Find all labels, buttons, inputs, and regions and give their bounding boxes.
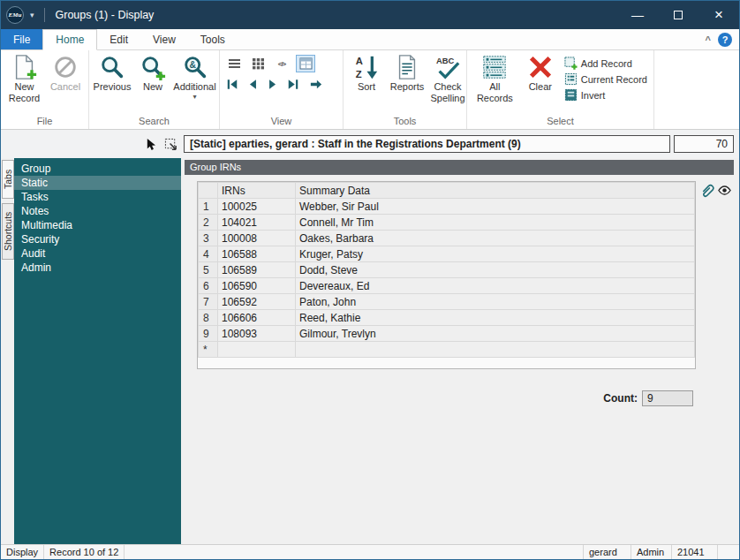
emu-logo-text: EMu (9, 11, 22, 19)
new-record-icon (11, 54, 38, 80)
reports-icon (394, 54, 420, 80)
page-view-button[interactable] (297, 56, 314, 72)
sidebar-item-security[interactable]: Security (14, 232, 181, 246)
table-row-new[interactable]: * (199, 342, 695, 358)
count-label: Count: (603, 392, 638, 405)
sort-button[interactable]: A Z Sort (346, 52, 387, 116)
all-records-label: All Records (472, 81, 517, 103)
table-row[interactable]: 9 108093 Gilmour, Trevlyn (199, 326, 695, 342)
irn-cell: 108093 (218, 326, 296, 342)
irn-grid: IRNs Summary Data 1 100025 Webber, Sir P… (197, 181, 696, 369)
content-panel: Group IRNs IRNs Summary Data 1 100025 We… (181, 158, 739, 544)
svg-text:A: A (356, 56, 363, 66)
sidebar-item-group[interactable]: Group (14, 162, 181, 176)
count-field: 9 (642, 390, 693, 406)
search-previous-button[interactable]: Previous (92, 52, 132, 116)
irn-cell (218, 342, 296, 358)
sidebar-item-multimedia[interactable]: Multimedia (14, 218, 181, 232)
clear-button[interactable]: Clear (520, 52, 561, 116)
reports-button[interactable]: Reports (387, 52, 427, 116)
check-spelling-button[interactable]: ABC Check Spelling (427, 52, 468, 116)
column-header-summary[interactable]: Summary Data (296, 183, 695, 199)
summary-cell: Dodd, Steve (296, 262, 695, 278)
table-row[interactable]: 1 100025 Webber, Sir Paul (199, 199, 695, 215)
first-record-button[interactable] (226, 79, 238, 90)
goto-record-button[interactable] (310, 79, 322, 90)
tab-view[interactable]: View (140, 29, 188, 49)
last-record-button[interactable] (287, 79, 299, 90)
cancel-icon (52, 54, 79, 80)
emu-logo-icon: EMu (6, 6, 24, 24)
table-row[interactable]: 3 100008 Oakes, Barbara (199, 231, 695, 246)
sidebar-item-tasks[interactable]: Tasks (14, 190, 181, 204)
irn-cell: 106592 (218, 294, 296, 310)
summary-cell: Devereaux, Ed (296, 278, 695, 294)
tabrow-right: ^ ? (706, 29, 739, 49)
grid-view-button[interactable] (249, 56, 267, 72)
table-row[interactable]: 2 104021 Connell, Mr Tim (199, 215, 695, 231)
code-view-button[interactable]: </> (273, 56, 291, 72)
column-header-irns[interactable]: IRNs (218, 183, 296, 199)
row-number: 5 (199, 262, 218, 278)
vertical-tab-tabs[interactable]: Tabs (2, 160, 14, 199)
minimize-button[interactable]: — (617, 1, 658, 29)
tab-edit[interactable]: Edit (97, 29, 140, 49)
search-additional-button[interactable]: & Additional ▾ (173, 52, 216, 116)
sidebar-item-audit[interactable]: Audit (14, 246, 181, 261)
table-row[interactable]: 4 106588 Kruger, Patsy (199, 246, 695, 262)
vertical-tab-shortcuts[interactable]: Shortcuts (2, 203, 14, 260)
close-button[interactable]: × (698, 1, 739, 29)
irn-cell: 106590 (218, 278, 296, 294)
select-marquee-icon[interactable] (164, 138, 177, 151)
sidebar-item-notes[interactable]: Notes (14, 204, 181, 218)
summary-cell: Webber, Sir Paul (296, 199, 695, 215)
invert-button[interactable]: Invert (564, 88, 647, 102)
ribbon-filler (654, 50, 739, 129)
previous-record-button[interactable] (246, 79, 259, 90)
view-attachment-eye-icon[interactable] (717, 183, 732, 198)
tab-file[interactable]: File (1, 29, 42, 49)
table-row[interactable]: 5 106589 Dodd, Steve (199, 262, 695, 278)
context-row: [Static] eparties, gerard : Staff in the… (1, 130, 739, 158)
ribbon-collapse-icon[interactable]: ^ (706, 34, 711, 45)
sidebar-item-static[interactable]: Static (14, 176, 181, 190)
summary-cell: Connell, Mr Tim (296, 215, 695, 231)
add-record-button[interactable]: Add Record (564, 57, 647, 70)
status-role: Admin (631, 545, 672, 559)
next-record-button[interactable] (267, 79, 279, 90)
sidebar-item-admin[interactable]: Admin (14, 261, 181, 275)
row-number: 2 (199, 215, 218, 231)
ribbon-group-select: All Records Clear (467, 50, 654, 129)
grid-side-buttons (699, 181, 734, 198)
maximize-button[interactable] (658, 1, 698, 29)
attachment-icon[interactable] (699, 183, 714, 198)
ribbon-tab-row: File Home Edit View Tools ^ ? (1, 29, 739, 50)
table-row[interactable]: 7 106592 Paton, John (199, 294, 695, 310)
clear-icon (527, 54, 554, 80)
table-row[interactable]: 6 106590 Devereaux, Ed (199, 278, 695, 294)
pointer-icon[interactable] (145, 138, 158, 151)
row-number: 9 (199, 326, 218, 342)
additional-dropdown-icon: ▾ (193, 94, 196, 100)
sort-label: Sort (358, 81, 375, 93)
vertical-tab-strip: Tabs Shortcuts (1, 158, 14, 544)
all-records-button[interactable]: All Records (470, 52, 520, 116)
new-record-label: New Record (6, 81, 42, 103)
reports-label: Reports (390, 81, 425, 93)
tab-tools[interactable]: Tools (188, 29, 238, 49)
svg-text:ABC: ABC (436, 57, 455, 65)
panel-title: Group IRNs (185, 160, 734, 175)
new-record-button[interactable]: New Record (4, 52, 45, 116)
window-title: Groups (1) - Display (56, 9, 155, 21)
help-icon[interactable]: ? (718, 33, 732, 47)
search-new-button[interactable]: New (132, 52, 173, 116)
add-record-label: Add Record (581, 58, 632, 69)
table-row[interactable]: 8 106606 Reed, Kathie (199, 310, 695, 326)
tab-home[interactable]: Home (42, 29, 97, 50)
titlebar-dropdown-icon[interactable]: ▾ (27, 11, 37, 19)
irn-cell: 104021 (218, 215, 296, 231)
list-view-button[interactable] (225, 56, 243, 72)
cancel-button[interactable]: Cancel (45, 52, 86, 116)
current-record-button[interactable]: Current Record (564, 72, 647, 86)
group-label-file: File (1, 116, 88, 129)
